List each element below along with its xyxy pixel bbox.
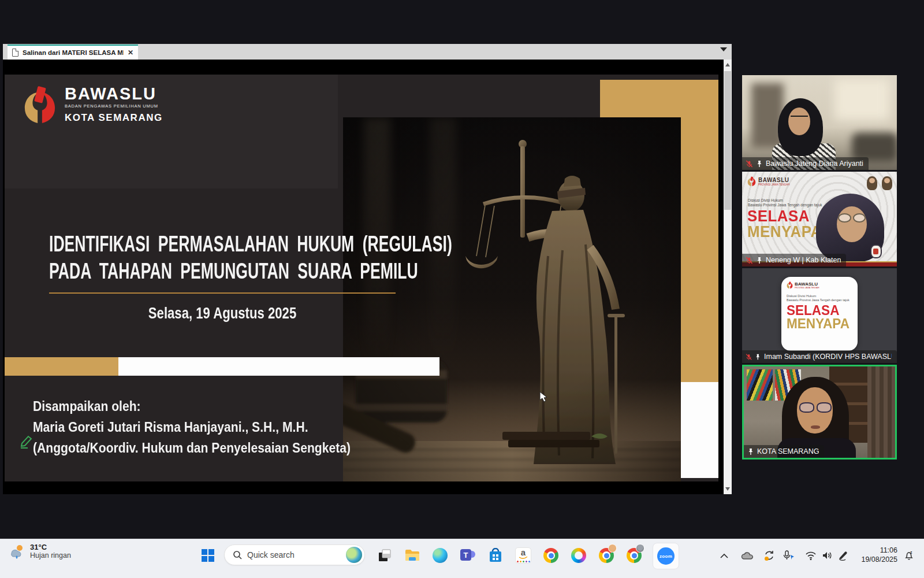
pin-icon — [747, 448, 754, 455]
weather-desc: Hujan ringan — [30, 551, 71, 560]
app-teams[interactable]: T — [456, 544, 479, 567]
chevron-down-icon[interactable] — [720, 47, 727, 51]
participant-figure — [838, 213, 866, 223]
poster-brand: BAWASLU — [795, 281, 819, 287]
participant-video-4-active-speaker[interactable]: KOTA SEMARANG — [742, 365, 897, 460]
store-icon — [489, 548, 502, 563]
poster-big1: SELASA — [787, 304, 856, 317]
poster-line2: Bawaslu Provinsi Jawa Tengah dengan taju… — [748, 203, 822, 208]
annotate-pencil-icon[interactable] — [20, 434, 33, 451]
scrollbar[interactable] — [724, 60, 732, 494]
tray-time: 11:06 — [854, 546, 897, 555]
participant-label: Imam Subandi (KORDIV HPS BAWASLU K... — [742, 350, 897, 363]
app-zoom-active[interactable]: zoom — [653, 543, 679, 569]
app-microsoft-store[interactable] — [484, 544, 507, 567]
poster-subtitle: Diskusi Divisi Hukum Bawaslu Provinsi Ja… — [787, 294, 858, 302]
participant-video-2[interactable]: BAWASLUPROVINSI JAWA TENGAH Diskusi Divi… — [742, 172, 897, 266]
poster-brand: BAWASLU — [758, 177, 790, 183]
bawaslu-logo: BAWASLU BADAN PENGAWAS PEMILIHAN UMUM KO… — [23, 85, 163, 125]
app-copilot[interactable] — [567, 544, 590, 567]
taskbar-clock[interactable]: 11:06 19/08/2025 — [854, 546, 897, 564]
logo-org: KOTA SEMARANG — [65, 112, 163, 124]
svg-text:z: z — [910, 550, 912, 554]
app-file-explorer[interactable] — [401, 544, 424, 567]
windows-logo-icon — [201, 549, 215, 562]
poster-headline: SELASA MENYAPA — [787, 304, 856, 331]
logo-title: BAWASLU — [65, 85, 163, 102]
bawaslu-logo-icon — [787, 281, 793, 289]
participant-name: KOTA SEMARANG — [757, 447, 819, 455]
poster-line1: Diskusi Divisi Hukum — [748, 198, 822, 203]
gold-accent-right — [681, 117, 718, 382]
start-button[interactable] — [196, 544, 219, 567]
participant-avatar: BAWASLUPROVINSI JAWA TENGAH Diskusi Divi… — [781, 277, 858, 351]
slide-title-line1: IDENTIFIKASI PERMASALAHAN HUKUM (REGULAS… — [49, 231, 405, 258]
poster-line2: Bawaslu Provinsi Jawa Tengah dengan taju… — [787, 298, 858, 302]
presenter-intro: Disampaikan oleh: — [33, 396, 351, 417]
muted-mic-icon — [746, 353, 752, 361]
mouse-cursor — [539, 391, 548, 405]
wifi-tray[interactable] — [803, 547, 819, 564]
scroll-up-arrow[interactable] — [725, 63, 730, 66]
presenter-block: Disampaikan oleh: Maria Goreti Jutari Ri… — [33, 396, 351, 458]
lady-justice-photo — [343, 117, 681, 481]
microphone-in-use-tray[interactable] — [781, 547, 797, 564]
speaker-icon — [822, 551, 833, 560]
curtain — [867, 366, 895, 458]
app-edge[interactable] — [429, 544, 452, 567]
volume-tray[interactable] — [819, 547, 835, 564]
search-placeholder: Quick search — [247, 550, 341, 560]
teams-icon: T — [460, 548, 475, 563]
document-icon — [12, 49, 18, 57]
document-viewer-window: Salinan dari MATERI SELASA MENYAP... ✕ — [3, 44, 732, 494]
notification-bell[interactable]: z — [901, 547, 917, 564]
tab-close-icon[interactable]: ✕ — [128, 49, 133, 57]
poster-headline: SELASA MENYAPA — [747, 209, 822, 240]
poster-bawaslu-logo: BAWASLUPROVINSI JAWA TENGAH — [747, 176, 790, 187]
participant-figure — [870, 244, 882, 258]
app-chrome-profile-1[interactable] — [595, 544, 618, 567]
weather-widget[interactable]: 31°C Hujan ringan — [8, 543, 71, 560]
windows-taskbar: 31°C Hujan ringan Quick search — [0, 539, 924, 578]
slide-date: Selasa, 19 Agustus 2025 — [80, 305, 364, 323]
folder-icon — [405, 549, 420, 562]
sync-tray[interactable] — [761, 547, 777, 564]
bawaslu-logo-icon — [747, 176, 756, 187]
poster-subtitle: Diskusi Divisi Hukum Bawaslu Provinsi Ja… — [748, 198, 822, 208]
scrollbar-thumb[interactable] — [724, 71, 731, 210]
chevron-up-icon — [720, 553, 728, 558]
zoom-participants-panel: Bawaslu Jateng Diana Ariyanti BAWASLUPRO… — [732, 0, 924, 578]
onedrive-tray[interactable] — [739, 547, 755, 564]
app-chrome[interactable] — [539, 544, 562, 567]
pin-icon — [756, 160, 763, 168]
participant-figure — [799, 402, 832, 413]
pen-tray[interactable] — [835, 547, 851, 564]
presenter-role: (Anggota/Koordiv. Hukum dan Penyelesaian… — [33, 438, 351, 458]
profile-avatar — [636, 544, 644, 553]
presenter-name: Maria Goreti Jutari Risma Hanjayani., S.… — [33, 417, 351, 438]
document-content: BAWASLU BADAN PENGAWAS PEMILIHAN UMUM KO… — [3, 60, 724, 494]
app-chrome-profile-2[interactable] — [623, 544, 646, 567]
participant-video-3[interactable]: BAWASLUPROVINSI JAWA TENGAH Diskusi Divi… — [742, 268, 897, 363]
mascot-icon — [867, 176, 877, 190]
app-task-view[interactable] — [373, 544, 396, 567]
slide-title-line2: PADA TAHAPAN PEMUNGUTAN SUARA PEMILU — [49, 258, 405, 285]
presentation-slide: BAWASLU BADAN PENGAWAS PEMILIHAN UMUM KO… — [5, 75, 718, 481]
poster-line1: Diskusi Divisi Hukum — [787, 294, 858, 298]
bawaslu-logo-icon — [23, 85, 57, 125]
tray-expand-chevron[interactable] — [716, 547, 732, 564]
video-background — [834, 79, 890, 120]
scroll-down-arrow[interactable] — [725, 487, 730, 491]
document-tab[interactable]: Salinan dari MATERI SELASA MENYAP... ✕ — [8, 45, 138, 60]
mascot-icon — [882, 176, 892, 190]
participant-figure — [811, 425, 820, 429]
microphone-icon — [783, 550, 795, 561]
search-input[interactable]: Quick search — [224, 544, 365, 565]
app-amazon[interactable]: a — [512, 544, 535, 567]
weather-light-rain-icon — [8, 543, 25, 560]
participant-video-1[interactable]: Bawaslu Jateng Diana Ariyanti — [742, 75, 897, 170]
poster-brand-sub: PROVINSI JAWA TENGAH — [795, 287, 819, 289]
participant-figure — [788, 108, 810, 135]
mascot-illustrations — [867, 176, 892, 190]
pin-icon — [756, 257, 763, 264]
